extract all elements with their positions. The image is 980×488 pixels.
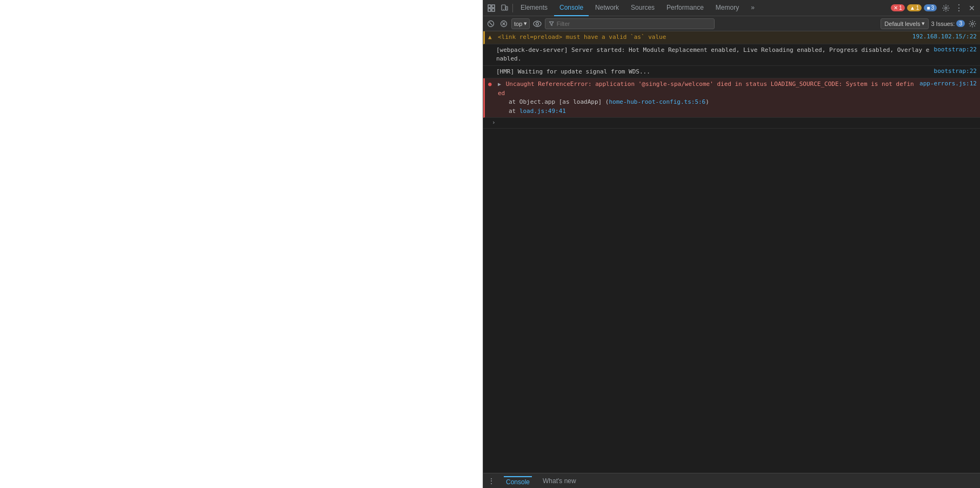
source-link-bootstrap-22a[interactable]: bootstrap:22 — [934, 46, 977, 53]
bottom-tab-whatsnew[interactable]: What's new — [541, 477, 578, 485]
devtools-settings-icon[interactable] — [940, 2, 952, 14]
error-badge[interactable]: ✕ 1 — [891, 4, 905, 11]
issues-count-badge: 3 — [956, 20, 965, 27]
tab-performance[interactable]: Performance — [661, 0, 709, 16]
clear-console-button[interactable] — [485, 18, 496, 29]
devtools-more-icon[interactable]: ⋮ — [953, 2, 965, 14]
console-output: ▲ <link rel=preload> must have a valid `… — [483, 31, 980, 473]
devtools-bottom-bar: ⋮ Console What's new — [483, 473, 980, 488]
console-row-error-ref: ● ▶ Uncaught ReferenceError: application… — [483, 78, 980, 118]
browser-content — [0, 0, 483, 488]
default-levels-button[interactable]: Default levels ▾ — [881, 18, 929, 29]
expand-arrow[interactable]: ▶ — [498, 81, 501, 87]
devtools-panel: Elements Console Network Sources Perform… — [483, 0, 980, 488]
tab-more[interactable]: » — [745, 0, 760, 16]
console-row-webpack-start: [webpack-dev-server] Server started: Hot… — [483, 44, 980, 66]
svg-point-14 — [536, 22, 539, 25]
filter-icon — [549, 21, 554, 26]
expand-chevron[interactable]: › — [492, 119, 496, 126]
filter-toggle-button[interactable] — [498, 18, 509, 29]
console-row-warning-preload: ▲ <link rel=preload> must have a valid `… — [483, 31, 980, 44]
eye-icon[interactable] — [532, 18, 543, 29]
svg-point-7 — [945, 7, 947, 9]
device-toggle-icon[interactable] — [498, 2, 510, 14]
source-link-app-errors[interactable]: app-errors.js:12 — [919, 80, 977, 87]
svg-point-15 — [971, 23, 974, 25]
warning-message-preload: <link rel=preload> must have a valid `as… — [498, 34, 666, 41]
bottom-tab-console[interactable]: Console — [504, 476, 532, 486]
stack-link-load[interactable]: load.js:49:41 — [519, 108, 566, 115]
devtools-tab-bar: Elements Console Network Sources Perform… — [483, 0, 980, 16]
console-row-hmr-wait: [HMR] Waiting for update signal from WDS… — [483, 66, 980, 79]
inspect-icon[interactable] — [485, 2, 497, 14]
context-selector[interactable]: top ▾ — [511, 18, 530, 29]
filter-input[interactable] — [557, 21, 711, 27]
svg-rect-3 — [492, 9, 495, 11]
svg-point-6 — [503, 9, 504, 9]
source-link-preload[interactable]: 192.168.102.15/:22 — [912, 33, 977, 40]
tab-separator — [512, 4, 513, 12]
tab-network[interactable]: Network — [590, 0, 624, 16]
tab-console[interactable]: Console — [554, 0, 589, 16]
warning-badge[interactable]: ▲ 1 — [907, 4, 922, 11]
hmr-wait-message: [HMR] Waiting for update signal from WDS… — [496, 68, 930, 77]
stack-link-config[interactable]: home-hub-root-config.ts:5:6 — [609, 98, 705, 105]
svg-rect-0 — [488, 5, 491, 8]
devtools-close-icon[interactable]: ✕ — [966, 2, 978, 14]
filter-input-container[interactable] — [545, 18, 715, 29]
badge-container: ✕ 1 ▲ 1 ■ 3 — [891, 4, 937, 11]
info-badge[interactable]: ■ 3 — [924, 4, 937, 11]
error-message-ref: ▶ Uncaught ReferenceError: application '… — [498, 80, 915, 116]
bottom-menu-icon[interactable]: ⋮ — [488, 477, 495, 485]
source-link-bootstrap-22b[interactable]: bootstrap:22 — [934, 68, 977, 75]
tab-sources[interactable]: Sources — [625, 0, 660, 16]
svg-rect-5 — [506, 6, 508, 10]
error-icon: ● — [488, 81, 496, 88]
warning-icon: ▲ — [488, 34, 496, 41]
console-row-expand: › — [483, 118, 980, 129]
console-settings-icon[interactable] — [967, 18, 978, 29]
console-toolbar: top ▾ Default levels ▾ 3 Issues: 3 — [483, 16, 980, 31]
svg-line-9 — [489, 22, 492, 25]
issues-count-display[interactable]: 3 Issues: 3 — [931, 20, 965, 27]
svg-point-13 — [534, 21, 541, 26]
tab-elements[interactable]: Elements — [515, 0, 553, 16]
svg-rect-2 — [488, 9, 491, 11]
tab-memory[interactable]: Memory — [710, 0, 744, 16]
webpack-start-message: [webpack-dev-server] Server started: Hot… — [496, 46, 930, 64]
svg-rect-1 — [492, 5, 495, 8]
